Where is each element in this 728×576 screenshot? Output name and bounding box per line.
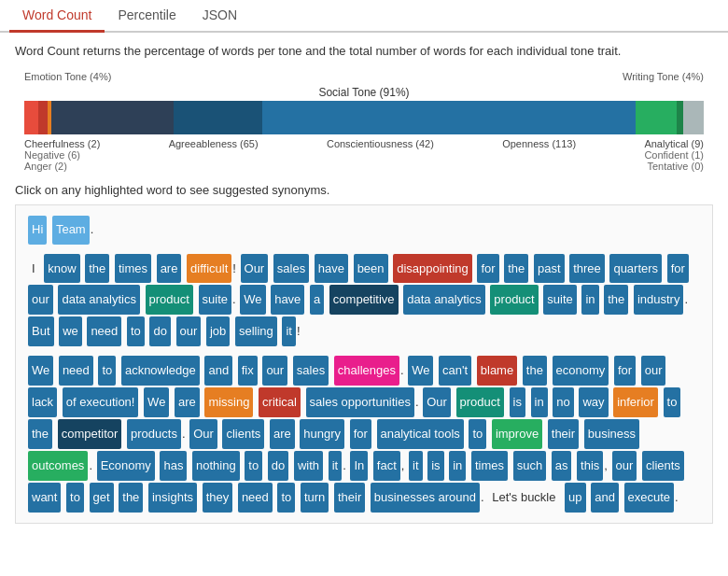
word-are1[interactable]: are [157,254,182,284]
word-times2[interactable]: times [471,451,508,481]
word-sales1[interactable]: sales [273,254,309,284]
word-economy1[interactable]: economy [553,356,609,386]
word-are2[interactable]: are [175,387,200,417]
word-are3[interactable]: are [270,419,295,449]
word-economy2[interactable]: Economy [97,451,155,481]
word-job[interactable]: job [206,316,230,346]
word-the4[interactable]: the [523,356,547,386]
word-been[interactable]: been [354,254,388,284]
word-is[interactable]: is [510,387,525,417]
word-this[interactable]: this [577,451,603,481]
word-industry[interactable]: industry [634,285,684,315]
word-and2[interactable]: and [591,483,619,513]
word-product1[interactable]: product [146,285,193,315]
word-to6[interactable]: to [66,483,84,513]
word-suite2[interactable]: suite [543,285,576,315]
word-clients1[interactable]: clients [222,419,264,449]
word-has[interactable]: has [160,451,187,481]
word-do1[interactable]: do [149,316,170,346]
word-inferior[interactable]: inferior [613,387,658,417]
word-in3[interactable]: In [350,451,368,481]
word-know[interactable]: know [44,254,79,284]
word-the1[interactable]: the [85,254,109,284]
word-to7[interactable]: to [277,483,295,513]
word-hungry[interactable]: hungry [300,419,344,449]
word-fact[interactable]: fact [373,451,400,481]
word-product2[interactable]: product [490,285,538,315]
word-our3[interactable]: our [176,316,202,346]
word-it2[interactable]: it [329,451,343,481]
word-times1[interactable]: times [115,254,151,284]
word-sales-opp[interactable]: sales opportunities [306,387,414,417]
word-no[interactable]: no [553,387,573,417]
word-in1[interactable]: in [581,285,598,315]
word-execute[interactable]: execute [624,483,675,513]
word-missing[interactable]: missing [204,387,253,417]
word-for3[interactable]: for [614,356,636,386]
word-need3[interactable]: need [238,483,273,513]
tab-word-count[interactable]: Word Count [9,0,105,33]
word-lets-buckle[interactable]: Let's buckle [488,483,559,513]
word-the3[interactable]: the [604,285,628,315]
word-competitive[interactable]: competitive [329,285,399,315]
word-it1[interactable]: it [282,316,296,346]
word-to1[interactable]: to [127,316,145,346]
word-our7[interactable]: Our [189,419,217,449]
word-and1[interactable]: and [204,356,232,386]
word-cant[interactable]: can't [439,356,471,386]
word-lack[interactable]: lack [28,387,57,417]
word-clients2[interactable]: clients [642,451,684,481]
word-our2[interactable]: our [28,285,53,315]
word-we4[interactable]: We [408,356,433,386]
word-get[interactable]: get [90,483,114,513]
tab-json[interactable]: JSON [189,0,250,33]
word-blame[interactable]: blame [477,356,517,386]
word-disappointing[interactable]: disappointing [393,254,472,284]
word-their2[interactable]: their [334,483,365,513]
word-our6[interactable]: Our [423,387,451,417]
word-business[interactable]: business [584,419,639,449]
word-of-execution[interactable]: of execution! [63,387,139,417]
word-to4[interactable]: to [469,419,486,449]
word-need1[interactable]: need [87,316,121,346]
word-way[interactable]: way [579,387,608,417]
word-products[interactable]: products [127,419,181,449]
word-to2[interactable]: to [98,356,116,386]
word-want[interactable]: want [28,483,61,513]
word-as[interactable]: as [552,451,572,481]
word-do2[interactable]: do [268,451,288,481]
word-have2[interactable]: have [271,285,304,315]
word-we1[interactable]: We [240,285,265,315]
word-businesses-around[interactable]: businesses around [371,483,480,513]
word-analytical-tools[interactable]: analytical tools [377,419,464,449]
word-turn[interactable]: turn [301,483,329,513]
word-for2[interactable]: for [667,254,689,284]
word-the2[interactable]: the [504,254,528,284]
word-acknowledge[interactable]: acknowledge [121,356,200,386]
word-improve[interactable]: improve [492,419,542,449]
word-challenges[interactable]: challenges [334,356,399,386]
word-but[interactable]: But [28,316,54,346]
word-have1[interactable]: have [315,254,348,284]
word-i[interactable]: I [28,254,39,284]
word-in2[interactable]: in [531,387,548,417]
word-their1[interactable]: their [548,419,579,449]
word-need2[interactable]: need [59,356,93,386]
word-a[interactable]: a [310,285,324,315]
word-nothing[interactable]: nothing [192,451,240,481]
word-it3[interactable]: it [409,451,423,481]
word-is2[interactable]: is [427,451,443,481]
word-data-analytics2[interactable]: data analytics [403,285,485,315]
word-we2[interactable]: we [59,316,82,346]
word-three[interactable]: three [569,254,605,284]
word-in4[interactable]: in [449,451,466,481]
word-hi[interactable]: Hi [28,216,47,245]
word-our1[interactable]: Our [241,254,269,284]
word-for4[interactable]: for [350,419,371,449]
word-to3[interactable]: to [664,387,681,417]
word-they[interactable]: they [203,483,233,513]
tab-percentile[interactable]: Percentile [105,0,189,33]
word-outcomes[interactable]: outcomes [28,451,88,481]
word-past[interactable]: past [534,254,565,284]
word-for1[interactable]: for [477,254,498,284]
